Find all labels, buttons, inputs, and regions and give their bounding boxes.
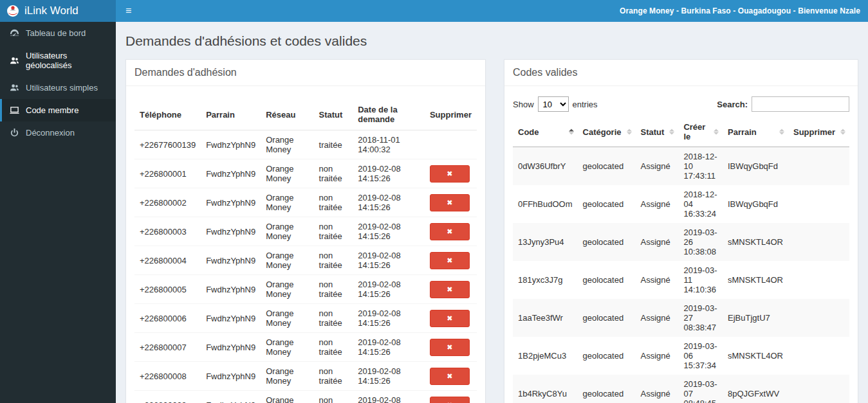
cree-le-cell: 2019-03-11 14:10:36: [678, 261, 723, 299]
sidebar-item-utilisateurs-simples[interactable]: Utilisateurs simples: [0, 76, 116, 99]
sidebar-toggle-button[interactable]: ≡: [116, 0, 141, 22]
cree-le-cell: 2018-12-10 17:43:11: [678, 147, 723, 186]
table-row: 1B2pjeMCu3geolocatedAssigné2019-03-06 15…: [513, 337, 849, 375]
parrain-cell: FwdhzYphN9: [201, 275, 261, 304]
adhesions-table-body: +22677600139FwdhzYphN9Orange Moneytraité…: [134, 130, 477, 403]
search-input[interactable]: [752, 96, 849, 112]
users-icon: [10, 56, 19, 66]
supprimer-cell: ✖: [425, 333, 477, 362]
statut-cell: Assigné: [636, 223, 679, 261]
adhesions-header-row: TéléphoneParrainRéseauStatutDate de la d…: [134, 99, 477, 130]
telephone-cell: +226800002: [134, 188, 201, 217]
categorie-cell: geolocated: [578, 337, 636, 375]
column-header-telephone: Téléphone: [134, 99, 201, 130]
parrain-cell: FwdhzYphN9: [201, 333, 261, 362]
table-row: 1b4RkyC8YugeolocatedAssigné2019-03-07 08…: [513, 375, 849, 403]
column-header-statut: Statut: [314, 99, 353, 130]
cree-le-cell: 2019-03-27 08:38:47: [678, 299, 723, 337]
navbar-user-info[interactable]: Orange Money - Burkina Faso - Ouagadougo…: [612, 6, 868, 15]
date-cell: 2019-02-08 14:15:26: [353, 159, 425, 188]
table-row: +226800005FwdhzYphN9Orange Moneynon trai…: [134, 275, 477, 304]
statut-cell: Assigné: [636, 337, 679, 375]
supprimer-cell: [788, 223, 849, 261]
delete-request-button[interactable]: ✖: [430, 368, 470, 385]
cree-le-cell: 2019-03-07 08:48:45: [678, 375, 723, 403]
supprimer-cell: ✖: [425, 217, 477, 246]
column-header-supprimer: Supprimer: [425, 99, 477, 130]
telephone-cell: +226800004: [134, 246, 201, 275]
sidebar-item-code-membre[interactable]: Code membre: [0, 99, 116, 121]
codes-table: CodeCatégorieStatutCréer leParrainSuppri…: [513, 117, 849, 403]
column-header-parrain[interactable]: Parrain: [723, 117, 788, 147]
supprimer-cell: ✖: [425, 391, 477, 403]
reseau-cell: Orange Money: [261, 217, 313, 246]
table-row: +226800007FwdhzYphN9Orange Moneynon trai…: [134, 333, 477, 362]
table-row: +226800008FwdhzYphN9Orange Moneynon trai…: [134, 362, 477, 391]
parrain-cell: FwdhzYphN9: [201, 159, 261, 188]
column-label: Parrain: [728, 127, 757, 137]
statut-cell: non traitée: [314, 362, 353, 391]
column-label: Catégorie: [583, 127, 622, 137]
statut-cell: non traitée: [314, 217, 353, 246]
code-cell: 13Jyny3Pu4: [513, 223, 578, 261]
telephone-cell: +226800008: [134, 362, 201, 391]
delete-request-button[interactable]: ✖: [430, 165, 470, 183]
delete-request-button[interactable]: ✖: [430, 194, 470, 211]
supprimer-cell: [788, 299, 849, 337]
categorie-cell: geolocated: [578, 261, 636, 299]
code-cell: 1aaTee3fWr: [513, 299, 578, 337]
supprimer-cell: ✖: [425, 159, 477, 188]
codes-header-row: CodeCatégorieStatutCréer leParrainSuppri…: [513, 117, 849, 147]
table-row: +226800009FwdhzYphN9Orange Moneynon trai…: [134, 391, 477, 403]
statut-cell: traitée: [314, 130, 353, 159]
sidebar-item-deconnexion[interactable]: Déconnexion: [0, 121, 116, 144]
panels-container: Demandes d'adhésion TéléphoneParrainRése…: [125, 59, 858, 403]
sidebar-item-label: Déconnexion: [26, 128, 75, 138]
page-title: Demandes d'adhésions et codes valides: [125, 33, 858, 49]
supprimer-cell: ✖: [425, 275, 477, 304]
delete-request-button[interactable]: ✖: [430, 252, 470, 269]
sidebar-item-tableau-de-bord[interactable]: Tableau de bord: [0, 22, 116, 44]
telephone-cell: +226800006: [134, 304, 201, 333]
categorie-cell: geolocated: [578, 223, 636, 261]
parrain-cell: FwdhzYphN9: [201, 188, 261, 217]
statut-cell: Assigné: [636, 261, 679, 299]
statut-cell: Assigné: [636, 299, 679, 337]
reseau-cell: Orange Money: [261, 246, 313, 275]
parrain-cell: IBWqyGbqFd: [723, 185, 788, 223]
column-header-creer-le[interactable]: Créer le: [678, 117, 723, 147]
reseau-cell: Orange Money: [261, 391, 313, 403]
page-size-select[interactable]: 10: [538, 96, 569, 112]
app-logo[interactable]: iLink World: [0, 0, 116, 22]
delete-request-button[interactable]: ✖: [430, 223, 470, 240]
supprimer-cell: [788, 185, 849, 223]
dashboard-icon: [10, 28, 19, 38]
supprimer-cell: [788, 147, 849, 186]
reseau-cell: Orange Money: [261, 159, 313, 188]
sidebar-item-utilisateurs-geolocalises[interactable]: Utilisateurs géolocalisés: [0, 44, 116, 76]
page-length-control: Show 10 entries: [513, 96, 598, 112]
column-header-statut[interactable]: Statut: [636, 117, 679, 147]
delete-request-button[interactable]: ✖: [430, 339, 470, 356]
parrain-cell: EjBuTjgtU7: [723, 299, 788, 337]
table-row: +226800006FwdhzYphN9Orange Moneynon trai…: [134, 304, 477, 333]
statut-cell: non traitée: [314, 159, 353, 188]
supprimer-cell: ✖: [425, 362, 477, 391]
adhesions-panel-body: TéléphoneParrainRéseauStatutDate de la d…: [126, 86, 485, 403]
supprimer-cell: [425, 130, 477, 159]
app-brand: iLink World: [24, 4, 78, 17]
code-cell: 0dW36UfbrY: [513, 147, 578, 186]
parrain-cell: 8pQJGFxtWV: [723, 375, 788, 403]
column-header-supprimer[interactable]: Supprimer: [788, 117, 849, 147]
delete-request-button[interactable]: ✖: [430, 397, 470, 403]
date-cell: 2019-02-08 14:15:26: [353, 217, 425, 246]
column-header-code[interactable]: Code: [513, 117, 578, 147]
delete-request-button[interactable]: ✖: [430, 281, 470, 298]
supprimer-cell: [788, 375, 849, 403]
column-header-categorie[interactable]: Catégorie: [578, 117, 636, 147]
statut-cell: non traitée: [314, 391, 353, 403]
cree-le-cell: 2019-03-26 10:38:08: [678, 223, 723, 261]
column-label: Supprimer: [793, 127, 835, 137]
delete-request-button[interactable]: ✖: [430, 310, 470, 327]
supprimer-cell: ✖: [425, 246, 477, 275]
